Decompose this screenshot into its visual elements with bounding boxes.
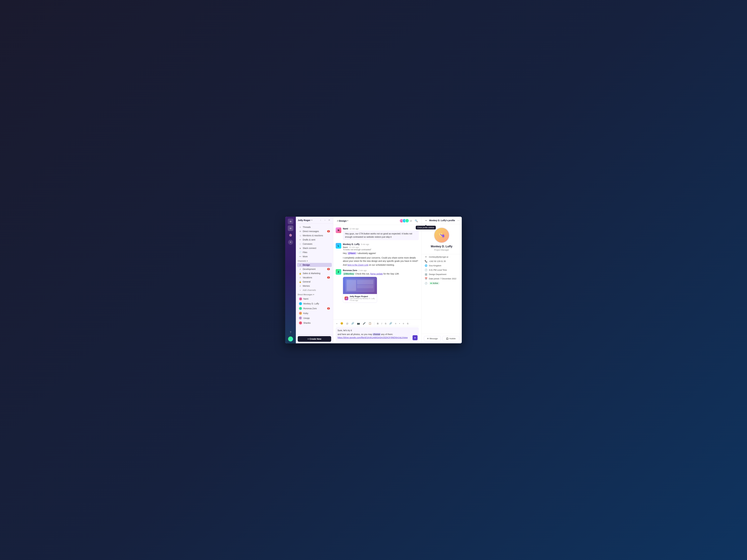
channel-hash-icon-header: #	[337, 219, 338, 222]
nami-dm-label: Nami	[303, 298, 308, 300]
sidebar-item-general[interactable]: 🔒 General	[297, 280, 332, 284]
quote-author-luffy: Nami	[343, 246, 348, 248]
sidebar-item-threads[interactable]: ≡ Threads	[297, 225, 332, 229]
video-icon[interactable]: 📷	[357, 322, 360, 325]
sidebar-item-direct-messages[interactable]: ✉ Direct messages 2	[297, 229, 332, 233]
channel-name-button[interactable]: # Design ▾	[336, 219, 350, 223]
close-profile-button[interactable]: ⇥	[423, 218, 428, 222]
emoji-icon[interactable]: 😊	[340, 322, 344, 325]
indent-icon[interactable]: ≡	[402, 322, 405, 325]
hubble-action-icon: 🎧	[446, 338, 448, 340]
canvases-label: Canvases	[303, 243, 312, 245]
msg-header-nami: Nami 12 min ago	[343, 228, 419, 230]
profile-panel: ⇥ Close profile sidebar Monkey D. Luffy'…	[421, 217, 462, 343]
sidebar-item-sales[interactable]: 🔒 Sales & Marketing	[297, 271, 332, 275]
hyperlink-icon[interactable]: 🔗	[389, 322, 393, 325]
strikethrough-icon[interactable]: S	[384, 322, 387, 325]
more-icon: •••	[299, 256, 302, 258]
italic-icon[interactable]: I	[381, 322, 383, 325]
message-input[interactable]: Sure, let's try it and here are all phot…	[336, 327, 419, 342]
input-toolbar: + 😊 @ 🔗 📷 🎤 📋 B I S 🔗 ≡ • ≡ S	[336, 321, 419, 326]
profile-more-button[interactable]: ···	[457, 219, 460, 222]
figma-link[interactable]: figma update	[370, 272, 383, 275]
message-action-button[interactable]: ✉ Message	[424, 336, 441, 341]
nav-history-button[interactable]: ⟳	[328, 218, 331, 222]
sidebar-dm-nami[interactable]: N Nami	[297, 296, 332, 301]
dm-badge: 2	[327, 230, 330, 232]
header-avatars[interactable]: 12	[400, 219, 412, 223]
profile-joined-row: 📅 Date joined: 7 December 2022	[424, 277, 459, 280]
status-text: Active	[433, 282, 438, 284]
sidebar-dm-luffy[interactable]: L Monkey D. Luffy	[297, 301, 332, 306]
add-attachment-icon[interactable]: +	[336, 322, 338, 325]
profile-department-row: 🏢 Design Department	[424, 273, 459, 275]
msg-text-luffy-2: I completely understand your concerns. C…	[343, 256, 419, 263]
add-workspace-button[interactable]: +	[288, 240, 293, 245]
dm-section-header[interactable]: Direct Messages ▾	[296, 292, 333, 296]
dm-icon: ✉	[299, 230, 302, 233]
send-button[interactable]: ➤	[413, 335, 417, 340]
sidebar-item-mentions[interactable]: ◁ Mentions & reactions	[297, 234, 332, 238]
nav-icon-1[interactable]: ☠	[288, 225, 293, 231]
message-input-area: + 😊 @ 🔗 📷 🎤 📋 B I S 🔗 ≡ • ≡ S Sure, let'…	[333, 320, 421, 343]
sidebar-item-memes[interactable]: # Memes	[297, 284, 332, 288]
channel-hash-icon-memes: #	[299, 285, 302, 287]
location-icon: 🌐	[424, 264, 427, 267]
unordered-list-icon[interactable]: •	[399, 322, 401, 325]
user-avatar-rail[interactable]	[288, 337, 293, 342]
link-toolbar-icon[interactable]: 🔗	[351, 322, 355, 325]
sidebar-dm-usopp[interactable]: U Usopp	[297, 316, 332, 320]
members-count: 12	[410, 220, 412, 222]
development-label: Development	[303, 268, 316, 270]
msg-author-zoro: Roronoa Zoro	[343, 269, 357, 272]
zoro-badge: 2	[327, 308, 330, 310]
dm-avatar-nami: N	[299, 297, 302, 300]
calendar-icon: 📅	[424, 277, 427, 280]
strikethrough2-icon[interactable]: S	[407, 322, 409, 325]
figma-card-meta: Last modified by Monkey D. Luffy • 8 min…	[350, 298, 376, 301]
sidebar-item-slack-connect[interactable]: ◈ Slack connect	[297, 246, 332, 250]
sidebar-dm-zoro[interactable]: Z Roronoa Zoro 2	[297, 306, 332, 311]
input-link[interactable]: https://drive.google.com/file/d/1Kr6I1A6…	[338, 336, 408, 339]
shanks-dm-label: Shanks	[303, 322, 311, 324]
sidebar-item-development[interactable]: # Development 3	[297, 267, 332, 271]
message-action-label: Message	[430, 338, 438, 340]
msg-text-luffy-3: And here is the Zoom Link on our schedul…	[343, 263, 419, 267]
help-icon[interactable]: ?	[288, 330, 293, 335]
messages-area[interactable]: N Nami 12 min ago Hey guys, our CTA butt…	[333, 225, 421, 320]
figma-card-title: Jolly Roger Project	[350, 295, 376, 298]
sidebar-item-files[interactable]: 📄 Files	[297, 250, 332, 254]
profile-name: Monkey D. Luffy	[431, 245, 453, 248]
status-icon: 🕐	[424, 282, 427, 285]
snippet-icon[interactable]: 📋	[368, 322, 372, 325]
profile-email: monkey@jollyroger.ai	[429, 256, 448, 258]
sidebar-dm-shanks[interactable]: S Shanks	[297, 321, 332, 325]
add-channels-label: Add channels	[303, 289, 316, 291]
sidebar-item-design[interactable]: # Design	[297, 263, 332, 267]
nav-forward-button[interactable]: ›	[323, 218, 327, 222]
sidebar-item-more[interactable]: ••• More	[297, 255, 332, 259]
workspace-chevron-icon: ▾	[311, 219, 312, 221]
input-highlight-word: choose	[373, 333, 380, 336]
sidebar-item-canvases[interactable]: □ Canvases	[297, 242, 332, 246]
channels-section-header[interactable]: Channels ▾	[296, 259, 333, 263]
sidebar-item-drafts[interactable]: ✏ Drafts & sent	[297, 238, 332, 242]
mention-toolbar-icon[interactable]: @	[346, 322, 349, 325]
zoom-link[interactable]: here is the Zoom Link	[347, 264, 368, 266]
sidebar-dm-koby[interactable]: K Koby	[297, 311, 332, 316]
msg-content-zoro: Roronoa Zoro 2 min ago @Monkey Check thi…	[343, 269, 419, 303]
audio-icon[interactable]: 🎤	[362, 322, 366, 325]
workspace-icon[interactable]: ☠	[288, 218, 293, 224]
search-button[interactable]: 🔍	[414, 218, 419, 223]
create-new-button[interactable]: + Create New	[298, 336, 331, 342]
figma-card[interactable]: F Jolly Roger Project Last modified by M…	[343, 277, 377, 303]
nav-back-button[interactable]: ‹	[319, 218, 323, 222]
memes-label: Memes	[303, 285, 310, 287]
ordered-list-icon[interactable]: ≡	[394, 322, 397, 325]
sidebar-item-vacations[interactable]: # Vacations 1	[297, 275, 332, 279]
hubble-action-button[interactable]: 🎧 Hubble	[442, 336, 459, 341]
nav-icon-2[interactable]: 🌸	[288, 232, 293, 238]
add-channels-button[interactable]: + Add channels	[297, 288, 332, 292]
status-badge: Active	[429, 282, 440, 285]
bold-icon[interactable]: B	[377, 322, 379, 325]
